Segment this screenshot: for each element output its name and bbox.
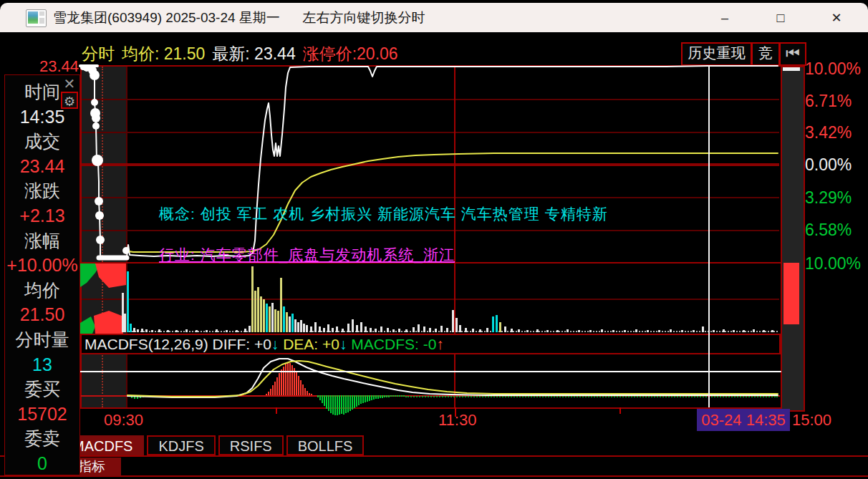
volume-bar [440,326,443,332]
volume-bar [446,328,448,332]
macd-bar-down [390,395,392,397]
tab-kdjfs[interactable]: KDJFS [147,435,215,455]
macd-bar-down [337,395,338,415]
macd-bar-down [332,395,334,415]
volume-bar [257,287,259,332]
volume-bar [713,330,715,332]
macd-bar-down [401,395,402,397]
macd-bar-up [287,362,289,395]
macd-bar-down [360,395,362,404]
auction-dot [95,211,104,220]
macd-bar-up [296,372,297,395]
volume-bar [332,328,334,332]
macd-bar-down [395,395,396,397]
tab-rsifs[interactable]: RSIFS [218,435,284,455]
volume-bar [127,271,129,332]
macd-bar-down [369,395,370,401]
time-cursor-line[interactable] [708,66,710,407]
macd-bar-up [270,389,271,395]
macd-bar-down [399,395,400,397]
macd-bar-down [377,395,379,399]
macd-bar-down [356,395,357,407]
volume-bar [314,322,317,332]
volume-bar [342,329,344,332]
auction-dot [92,114,100,122]
volume-bar [306,325,308,332]
macd-bar-up [302,384,304,395]
volume-bar [185,329,188,332]
indicator-menu[interactable]: 指标 [75,458,121,476]
volume-bar [375,329,377,332]
volume-bar [269,306,271,332]
volume-bar [356,325,358,332]
macd-bar-up [289,363,291,395]
macd-bar-down [319,395,321,400]
macd-bar-up [272,385,274,395]
volume-bar [254,291,256,332]
volume-bar [601,329,603,332]
volume-bar [499,322,501,332]
macd-bar-down [326,395,327,409]
volume-bar [423,326,425,332]
macd-bar-up [298,376,299,395]
quote-row: 分时量 [5,327,79,352]
volume-bar [370,328,372,332]
macd-bar-down [388,395,390,397]
volume-bar [297,322,299,332]
volume-bar [536,329,539,332]
volume-bar [624,330,626,332]
volume-bar [249,326,251,332]
volume-bar [294,319,296,332]
volume-bar [365,326,367,332]
macd-bar-down [382,395,383,398]
volume-bar [323,328,325,332]
macd-bar-down [339,395,340,415]
volume-bar [206,330,208,332]
chart-canvas [0,3,868,479]
volume-bar [413,327,415,332]
volume-bar [589,330,592,332]
auction-green-lower [80,316,95,334]
tab-bollfs[interactable]: BOLLFS [286,435,365,455]
macd-bar-down [345,395,347,413]
volume-bar [280,278,282,332]
quote-row: 0 [5,451,79,476]
volume-bar [310,326,312,332]
volume-bar [244,329,246,332]
quote-row: 均价 [5,278,79,303]
volume-bar [771,330,773,332]
volume-bar [360,322,362,332]
volume-bar [167,330,169,332]
volume-bar [763,330,765,332]
macd-bar-up [291,365,293,395]
volume-bar [647,330,649,332]
volume-bar [479,329,481,332]
volume-bar [137,329,139,332]
volume-bar [226,330,228,332]
auction-dot [122,247,130,254]
volume-bar [260,296,262,332]
volume-bar [289,316,291,332]
volume-bar [578,330,580,332]
volume-bar [352,319,354,332]
volume-bar [266,304,268,332]
volume-bar [130,324,132,332]
industry-tags[interactable]: 行业: 汽车零部件_底盘与发动机系统_浙江 [159,245,455,265]
volume-bar [486,328,488,332]
volume-bar [612,330,614,332]
volume-bar [392,329,395,332]
volume-bar [398,329,400,332]
volume-bar [291,314,294,332]
macd-bar-up [274,382,276,395]
macd-bar-down [392,395,394,397]
macd-bar-up [276,377,278,395]
auction-dot [92,155,103,166]
concept-tags: 概念: 创投 军工 农机 乡村振兴 新能源汽车 汽车热管理 专精特新 [159,204,608,224]
volume-bar [546,330,549,332]
volume-bar [303,324,305,332]
volume-bar [387,328,389,332]
volume-bar [693,330,695,332]
volume-bar [216,329,218,332]
macd-bar-down [347,395,349,412]
macd-bar-down [343,395,344,415]
